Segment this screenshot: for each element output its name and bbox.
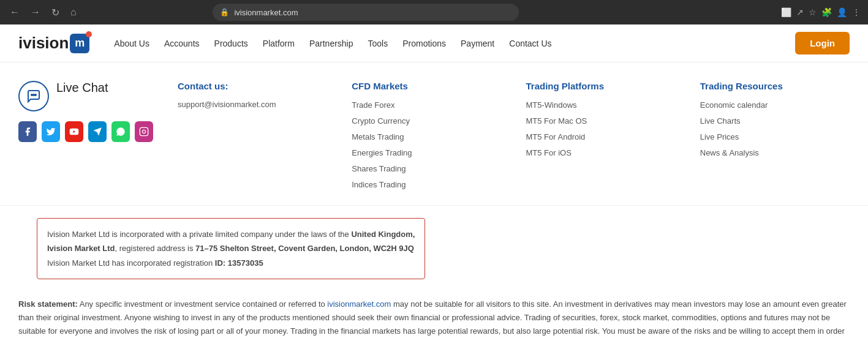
whatsapp-icon[interactable] (111, 121, 130, 142)
legal-text-line2: Ivision Market Ltd, registered address i… (47, 244, 414, 253)
platform-link-mt5-mac[interactable]: MT5 For Mac OS (526, 113, 676, 129)
resource-link-economic[interactable]: Economic calendar (700, 97, 850, 113)
svg-point-2 (35, 94, 36, 96)
youtube-icon[interactable] (65, 121, 83, 142)
svg-rect-4 (140, 127, 148, 135)
footer-col-social: Live Chat (18, 81, 153, 193)
cfd-link-crypto[interactable]: Crypto Currency (352, 113, 501, 129)
chat-icon (18, 81, 49, 111)
nav-item-promotions[interactable]: Promotions (402, 39, 446, 48)
social-icons (18, 121, 153, 142)
nav-item-contact[interactable]: Contact Us (509, 39, 551, 48)
platform-link-mt5-windows[interactable]: MT5-Windows (526, 97, 676, 113)
cfd-link-forex[interactable]: Trade Forex (352, 97, 501, 113)
risk-link[interactable]: ivisionmarket.com (327, 299, 391, 309)
footer-col-cfd: CFD Markets Trade Forex Crypto Currency … (352, 81, 501, 193)
svg-point-0 (31, 94, 32, 96)
twitter-icon[interactable] (42, 121, 60, 142)
nav-item-about[interactable]: About Us (114, 39, 149, 48)
svg-point-1 (33, 94, 34, 96)
risk-section: Risk statement: Any specific investment … (0, 291, 868, 338)
footer-col-contact: Contact us: support@ivisionmarket.com (178, 81, 327, 193)
logo[interactable]: ivision m (18, 34, 89, 53)
logo-m-box: m (70, 34, 89, 53)
profile-icon[interactable]: 👤 (837, 7, 847, 17)
main-header: ivision m About Us Accounts Products Pla… (0, 24, 868, 62)
menu-icon[interactable]: ⋮ (852, 7, 861, 17)
legal-text-line3: Ivision Market Ltd has incorporated regi… (47, 258, 263, 268)
footer-col-resources: Trading Resources Economic calendar Live… (700, 81, 850, 193)
footer-col-platforms: Trading Platforms MT5-Windows MT5 For Ma… (526, 81, 676, 193)
lock-icon: 🔒 (220, 8, 229, 17)
extensions-icon[interactable]: 🧩 (821, 7, 832, 17)
nav-menu: About Us Accounts Products Platform Part… (114, 39, 795, 48)
resource-link-prices[interactable]: Live Prices (700, 129, 850, 145)
reload-button[interactable]: ↻ (49, 4, 62, 21)
browser-bar: ← → ↻ ⌂ 🔒 ivisionmarket.com ⬜ ↗ ☆ 🧩 👤 ⋮ (0, 0, 868, 24)
resource-link-charts[interactable]: Live Charts (700, 113, 850, 129)
address-bar[interactable]: 🔒 ivisionmarket.com (213, 4, 519, 21)
cfd-link-energies[interactable]: Energies Trading (352, 145, 501, 161)
live-chat-section: Live Chat (18, 81, 153, 111)
resource-link-news[interactable]: News & Analysis (700, 145, 850, 161)
cfd-link-shares[interactable]: Shares Trading (352, 161, 501, 177)
home-button[interactable]: ⌂ (68, 4, 79, 20)
nav-item-platform[interactable]: Platform (263, 39, 295, 48)
url-text: ivisionmarket.com (234, 8, 298, 17)
risk-text: Any specific investment or investment se… (80, 299, 328, 309)
contact-col-title: Contact us: (178, 81, 327, 91)
share-icon[interactable]: ↗ (796, 7, 804, 17)
instagram-icon[interactable] (135, 121, 153, 142)
nav-item-products[interactable]: Products (214, 39, 248, 48)
legal-box: Ivision Market Ltd is incorporated with … (37, 218, 425, 279)
contact-email[interactable]: support@ivisionmarket.com (178, 97, 327, 111)
logo-text: ivision (18, 34, 69, 53)
login-button[interactable]: Login (795, 32, 850, 54)
cfd-link-indices[interactable]: Indices Trading (352, 177, 501, 193)
browser-actions: ⬜ ↗ ☆ 🧩 👤 ⋮ (781, 7, 861, 17)
nav-item-payment[interactable]: Payment (461, 39, 494, 48)
facebook-icon[interactable] (18, 121, 37, 142)
cfd-col-title: CFD Markets (352, 81, 501, 91)
nav-item-partnership[interactable]: Partnership (309, 39, 353, 48)
legal-section: Ivision Market Ltd is incorporated with … (0, 206, 868, 291)
resources-col-title: Trading Resources (700, 81, 850, 91)
platform-link-mt5-ios[interactable]: MT5 For iOS (526, 145, 676, 161)
cast-icon[interactable]: ⬜ (781, 7, 791, 17)
platform-link-mt5-android[interactable]: MT5 For Android (526, 129, 676, 145)
bookmark-icon[interactable]: ☆ (809, 7, 817, 17)
risk-label: Risk statement: (18, 299, 78, 309)
live-chat-label: Live Chat (56, 81, 108, 95)
legal-text-line1: Ivision Market Ltd is incorporated with … (47, 230, 415, 239)
nav-item-tools[interactable]: Tools (368, 39, 388, 48)
platforms-col-title: Trading Platforms (526, 81, 676, 91)
nav-item-accounts[interactable]: Accounts (164, 39, 200, 48)
logo-notification-dot (86, 31, 92, 37)
telegram-icon[interactable] (88, 121, 107, 142)
forward-button[interactable]: → (28, 4, 43, 20)
cfd-link-metals[interactable]: Metals Trading (352, 129, 501, 145)
risk-statement: Risk statement: Any specific investment … (18, 298, 850, 338)
footer-section: Live Chat Contact us: support (0, 62, 868, 206)
back-button[interactable]: ← (7, 4, 22, 20)
